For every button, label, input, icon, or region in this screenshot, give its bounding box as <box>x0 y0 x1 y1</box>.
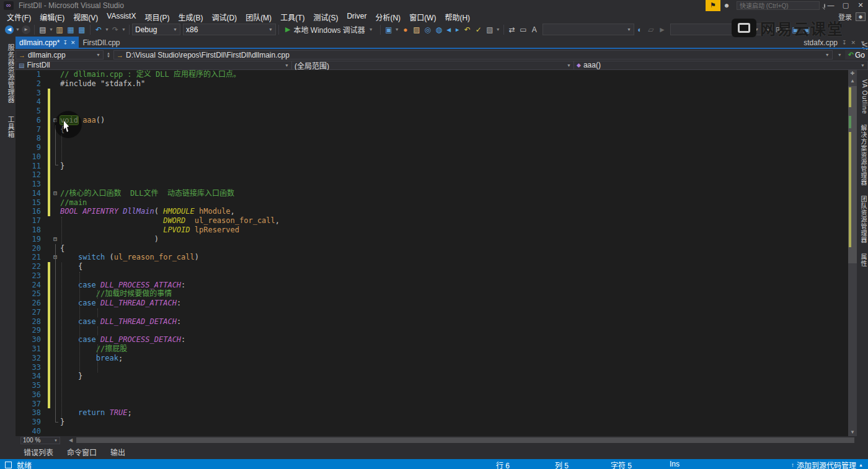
va-refactor-icon[interactable]: ↶ <box>462 24 473 35</box>
file-path-dropdown[interactable]: → D:\Visual Studio\repos\FirstDll\FirstD… <box>113 50 833 59</box>
code-line[interactable]: 30 case DLL_PROCESS_DETACH: <box>16 335 848 344</box>
va-paste-history-icon[interactable]: ▧ <box>484 24 495 35</box>
code-line[interactable]: 7{ <box>16 125 848 134</box>
nav-spinner[interactable]: ▲▼ <box>105 52 112 58</box>
code-line[interactable]: 11} <box>16 162 848 171</box>
code-line[interactable]: 38 return TRUE; <box>16 408 848 418</box>
feedback-icon[interactable]: ☻ <box>720 0 733 11</box>
close-icon[interactable]: ✕ <box>71 40 76 46</box>
code-line[interactable]: 6⊟void aaa() <box>16 116 848 125</box>
menu-item-analyze[interactable]: 分析(N) <box>371 11 405 24</box>
menu-item-driver[interactable]: Driver <box>342 11 371 24</box>
platform-dropdown[interactable]: x86 ▼ <box>183 24 276 35</box>
menu-item-view[interactable]: 视图(V) <box>69 11 102 24</box>
sidebar-tab-right-1[interactable]: VA Outline <box>857 76 868 118</box>
code-line[interactable]: 23 <box>16 271 848 281</box>
code-line[interactable]: 13 <box>16 180 848 189</box>
misc-tool-icon[interactable]: ▪ <box>762 24 773 35</box>
sidebar-tab-right-2[interactable]: 解决方案资源管理器 <box>857 121 868 190</box>
panel-tab-2[interactable]: 输出 <box>110 447 125 457</box>
va-find-symbol-icon[interactable]: ◍ <box>433 24 445 35</box>
window-tool-1-icon[interactable]: ▣ <box>790 24 801 35</box>
tab-firstdll-cpp[interactable]: FirstDll.cpp <box>79 37 123 48</box>
quick-launch-box[interactable] <box>737 1 820 10</box>
code-line[interactable]: 14⊟//核心的入口函数 DLL文件 动态链接库入口函数 <box>16 189 848 198</box>
code-line[interactable]: 3 <box>16 89 848 98</box>
code-line[interactable]: 28 case DLL_THREAD_DETACH: <box>16 317 848 327</box>
code-editor[interactable]: 1// dllmain.cpp : 定义 DLL 应用程序的入口点。2#incl… <box>16 70 848 436</box>
code-line[interactable]: 29 <box>16 326 848 335</box>
sidebar-tab-right-3[interactable]: 团队资源管理器 <box>857 192 868 247</box>
find-in-windows-icon[interactable]: ◐ <box>634 24 645 35</box>
new-file-icon[interactable]: ▤ <box>37 24 48 35</box>
va-go-button[interactable]: ↶ Go <box>845 50 868 59</box>
code-line[interactable]: 33 <box>16 363 848 372</box>
split-editor-button[interactable]: ✚ <box>848 70 857 77</box>
save-all-icon[interactable]: ▩ <box>76 24 87 35</box>
zoom-level-dropdown[interactable]: 100 % ▼ <box>20 437 60 444</box>
code-line[interactable]: 1// dllmain.cpp : 定义 DLL 应用程序的入口点。 <box>16 70 848 79</box>
toolbar-search-dropdown-1[interactable]: ▼ <box>542 24 634 35</box>
chevron-down-icon[interactable]: ▼ <box>495 27 501 32</box>
close-icon[interactable]: ✕ <box>851 40 856 46</box>
fold-marker[interactable]: ⊟ <box>51 189 59 198</box>
sign-in-link[interactable]: 登录 <box>838 12 852 22</box>
code-line[interactable]: 27 <box>16 308 848 317</box>
undo-icon[interactable]: ↶ <box>93 24 104 35</box>
comment-tool-icon[interactable]: ▭ <box>518 24 529 35</box>
chevron-down-icon[interactable]: ▼ <box>104 27 110 32</box>
code-line[interactable]: 2#include "stdafx.h" <box>16 79 848 89</box>
menu-item-window[interactable]: 窗口(W) <box>405 11 440 24</box>
code-line[interactable]: 12 <box>16 170 848 180</box>
scroll-down-icon[interactable]: ▼ <box>848 429 857 436</box>
panel-tab-1[interactable]: 命令窗口 <box>67 447 97 457</box>
add-to-source-control-button[interactable]: ↑ 添加到源代码管理 ▲ <box>791 460 863 469</box>
chevron-down-icon[interactable]: ▼ <box>15 27 20 32</box>
breakpoints-window-icon[interactable]: ▣ <box>383 24 394 35</box>
horizontal-scrollbar-thumb[interactable] <box>76 437 854 443</box>
menu-item-test[interactable]: 测试(S) <box>309 11 342 24</box>
sidebar-tab-left-1[interactable]: 工具箱 <box>0 111 16 143</box>
menu-item-help[interactable]: 帮助(H) <box>440 11 474 24</box>
fold-marker[interactable]: ⊟ <box>51 235 59 244</box>
code-line[interactable]: 18 LPVOID lpReserved <box>16 226 848 235</box>
code-line[interactable]: 5 <box>16 107 848 116</box>
scrollbar-thumb[interactable] <box>848 86 857 263</box>
toolbar-search-dropdown-2[interactable]: ▼ <box>670 24 762 35</box>
code-line[interactable]: 16BOOL APIENTRY DllMain( HMODULE hModule… <box>16 207 848 216</box>
pin-icon[interactable]: ↧ <box>842 40 847 46</box>
menu-item-tools[interactable]: 工具(T) <box>276 11 309 24</box>
scope-dropdown[interactable]: (全局范围) ▼ <box>291 61 574 70</box>
pin-icon[interactable]: ↧ <box>63 40 68 46</box>
scroll-left-icon[interactable]: ◀ <box>69 437 73 443</box>
code-line[interactable]: 4 <box>16 97 848 107</box>
window-tool-2-icon[interactable]: ▣ <box>801 24 812 35</box>
navigate-backward-icon[interactable]: ◀ <box>4 24 15 35</box>
code-line[interactable]: 24 case DLL_PROCESS_ATTACH: <box>16 281 848 290</box>
code-line[interactable]: 8 <box>16 134 848 143</box>
quick-launch-input[interactable] <box>737 2 824 9</box>
code-line[interactable]: 26 case DLL_THREAD_ATTACH: <box>16 299 848 308</box>
vertical-scrollbar[interactable]: ✚ ▲ ▼ <box>848 70 857 436</box>
navigate-forward-icon[interactable]: ► <box>20 24 32 35</box>
sidebar-tab-right-4[interactable]: 属性 <box>857 250 868 271</box>
code-line[interactable]: 35 <box>16 381 848 390</box>
va-navigate-forward-icon[interactable]: ► <box>453 24 462 35</box>
code-line[interactable]: 25 //加载时候要做的事情 <box>16 289 848 299</box>
code-line[interactable]: 22 { <box>16 262 848 271</box>
open-file-icon[interactable]: ▥ <box>54 24 65 35</box>
menu-item-edit[interactable]: 编辑(E) <box>35 11 69 24</box>
code-line[interactable]: 34 } <box>16 372 848 381</box>
start-debugging-button[interactable]: ▶ 本地 Windows 调试器 ▼ <box>281 24 378 36</box>
bookmark-tools-icon[interactable]: ⊞ <box>773 24 784 35</box>
va-navigate-back-icon[interactable]: ◀ <box>445 24 453 35</box>
sidebar-tab-left-0[interactable]: 服务器资源管理器 <box>0 39 16 108</box>
chevron-down-icon[interactable]: ▼ <box>837 53 843 57</box>
edit-tool-disabled-icon[interactable]: ▱ <box>645 24 657 35</box>
tab-dllmain-cpp-[interactable]: dllmain.cpp*↧✕ <box>16 37 79 48</box>
code-line[interactable]: 21⊟ switch (ul_reason_for_call) <box>16 253 848 262</box>
va-open-corresponding-file-icon[interactable]: ▨ <box>411 24 422 35</box>
run-tool-disabled-icon[interactable]: ► <box>657 24 668 35</box>
compare-files-icon[interactable]: ⇄ <box>507 24 518 35</box>
minimize-button[interactable]: — <box>823 0 838 11</box>
